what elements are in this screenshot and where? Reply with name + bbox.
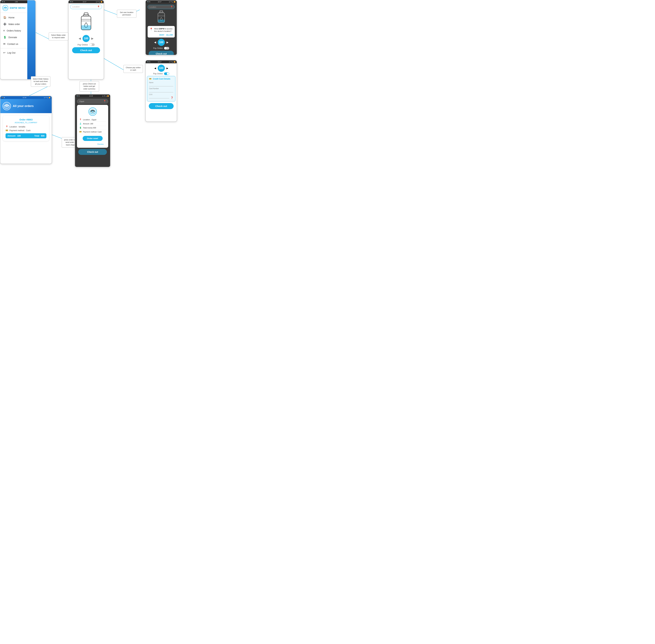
- order-total-label: Total 600: [34, 135, 45, 137]
- credit-qty-right-arrow[interactable]: ▶: [166, 67, 168, 69]
- summary-location-icon: 📍: [79, 118, 82, 121]
- perm-location-pin-icon: 📍: [170, 6, 173, 8]
- svg-rect-21: [160, 10, 163, 12]
- orders-header: All your orders: [0, 99, 52, 113]
- perm-pay-online-label: Pay Online: [153, 47, 163, 49]
- app-title: EMPW MENU: [10, 7, 26, 9]
- order-amount-label: Amount 180: [7, 135, 21, 137]
- dismiss-link[interactable]: Dismiss: [79, 143, 106, 145]
- qty-increase-btn[interactable]: ▶: [91, 37, 94, 40]
- status-icons-left: 📷 N: [2, 1, 5, 3]
- perm-pay-row: Pay Online: [146, 47, 176, 49]
- credit-card-phone: 📷 N 12:17 ◎ ▼ ▲ 📶 ◀ 100 ▶ Pay Online 💳 C…: [145, 60, 177, 122]
- cc-card-number-field[interactable]: [149, 90, 173, 92]
- status-bar-orders: 📷 N 12:19 ◎ ▼ ▲ 📶: [0, 96, 52, 99]
- summary-total-detail: 💲 Total money 600: [79, 126, 106, 130]
- annotation-get-location: Get user location permission: [117, 10, 136, 18]
- summary-phone: 📷 N 12:18 ◎ ▼ ▲ 📶 .Egypt 📍 📍 Loca: [75, 94, 110, 167]
- home-icon: 🏠: [3, 16, 6, 19]
- dollar-icon: 💲: [3, 36, 6, 39]
- summary-location-detail: 📍 Location: , Egypt: [79, 118, 106, 122]
- svg-line-2: [104, 10, 117, 15]
- main-phone: 📷 N 12:17 ◎ ▼ ▲ 📶 Location 📍: [68, 0, 104, 79]
- credit-qty-row: ◀ 100 ▶: [146, 65, 177, 72]
- perm-dialog-text: Allow EMPW to access this device's locat…: [154, 28, 173, 32]
- pay-online-toggle[interactable]: [90, 43, 95, 46]
- order-number: Order #8863: [5, 118, 46, 121]
- logout-icon: ↩: [3, 51, 5, 54]
- perm-quantity-value: 100: [159, 41, 163, 44]
- summary-location-bar[interactable]: .Egypt 📍: [77, 99, 108, 104]
- cc-cvv-field[interactable]: [149, 96, 169, 98]
- perm-pay-toggle[interactable]: [164, 47, 169, 49]
- list-icon: ≡: [3, 29, 5, 32]
- location-placeholder: Location: [72, 6, 80, 8]
- perm-quantity-display: 100: [158, 39, 165, 46]
- cc-card-number-label: Card Number: [149, 88, 173, 89]
- status-time-orders: 12:19: [23, 97, 26, 98]
- water-bottle-icon: [78, 12, 94, 33]
- perm-checkout-button[interactable]: Check out: [149, 51, 174, 55]
- perm-qty-left-arrow[interactable]: ◀: [154, 41, 156, 44]
- perm-dialog-buttons: DENY ALLOW: [150, 34, 173, 36]
- annotation-press-checkout-text: press Check out button and get order sum…: [83, 83, 96, 90]
- credit-checkout-button[interactable]: Check out: [149, 103, 174, 109]
- order-status: ASSIGNED_TO_COMPANY: [5, 121, 46, 123]
- svg-point-30: [6, 105, 8, 107]
- orders-history-phone: 📷 N 12:19 ◎ ▼ ▲ 📶 All your orders Order …: [0, 96, 52, 164]
- orders-logo-icon: [2, 101, 11, 111]
- order-location-label: Location:: [9, 125, 17, 128]
- summary-total-text: Total money 600: [83, 127, 96, 129]
- perm-qty-right-arrow[interactable]: ▶: [166, 41, 168, 44]
- summary-checkout-button[interactable]: Check out: [78, 149, 107, 155]
- perm-bottle-area: [146, 10, 176, 25]
- cc-panel-title: Credit Card Details: [153, 78, 171, 80]
- cc-help-icon[interactable]: ❓: [171, 96, 173, 99]
- svg-line-0: [36, 32, 49, 39]
- order-payment-detail: 💳 Payment method: Cash: [5, 129, 46, 132]
- order-now-button[interactable]: Order now!: [83, 136, 103, 141]
- perm-location-bar[interactable]: Location 📍: [148, 5, 175, 9]
- quantity-value: 100: [84, 37, 88, 40]
- annotation-make-order-text: Select Make order to request water: [51, 34, 66, 39]
- menu-phone: 📷 N 1:06 ◎ ▼ ▲ 📶 EMPW MENU 🏠 Home ➕ Make…: [0, 0, 36, 79]
- summary-amount-detail: 🧴 Amount: 180: [79, 122, 106, 126]
- summary-amount-icon: 🧴: [79, 122, 82, 125]
- menu-donate-label: Donnate: [8, 36, 17, 39]
- status-bar-credit: 📷 N 12:17 ◎ ▼ ▲ 📶: [146, 61, 177, 63]
- credit-qty-left-arrow[interactable]: ◀: [154, 67, 156, 69]
- pay-online-row: Pay Online: [69, 43, 104, 46]
- perm-deny-button[interactable]: DENY: [159, 34, 164, 36]
- credit-quantity-value: 100: [159, 67, 163, 70]
- status-bar-summary: 📷 N 12:18 ◎ ▼ ▲ 📶: [75, 94, 110, 97]
- perm-allow-button[interactable]: ALLOW: [166, 34, 173, 36]
- perm-location-text: Location: [150, 6, 156, 8]
- order-payment-icon: 💳: [5, 129, 8, 132]
- order-location-detail: 📍 Location: Ismailia: [5, 125, 46, 128]
- annotation-orders-history-text: Select Order history to track and show a…: [32, 78, 48, 85]
- checkout-button[interactable]: Check out: [72, 47, 100, 53]
- perm-dialog-header: 📍 Allow EMPW to access this device's loc…: [150, 28, 173, 32]
- credit-pay-toggle[interactable]: [164, 72, 169, 75]
- status-bar-perm: 📷 N 12:17 ◎ ▼ ▲ 📶: [146, 0, 177, 3]
- location-bar[interactable]: Location 📍: [70, 4, 102, 9]
- menu-home-label: Home: [8, 16, 15, 19]
- summary-location-text: .Egypt: [79, 100, 84, 102]
- perm-bottle-icon: [156, 10, 167, 25]
- menu-orders-history-label: Orders history: [7, 29, 21, 32]
- status-icons-summary-right: ◎ ▼ ▲ 📶: [102, 95, 109, 97]
- empw-logo-icon: [2, 5, 8, 11]
- qty-decrease-btn[interactable]: ◀: [78, 37, 81, 40]
- cc-header: 💳 Credit Card Details: [149, 78, 173, 80]
- menu-side-decoration: [27, 0, 36, 79]
- status-icons-summary-left: 📷 N: [76, 95, 80, 97]
- summary-payment-icon: 💳: [79, 131, 82, 133]
- summary-logo-row: [79, 107, 106, 116]
- cc-name-field[interactable]: [149, 84, 173, 86]
- pay-online-label: Pay Online: [77, 44, 88, 46]
- summary-logo-icon: [88, 107, 97, 116]
- svg-rect-15: [84, 13, 88, 15]
- order-location-icon: 📍: [5, 125, 8, 128]
- perm-qty-row: ◀ 100 ▶: [146, 39, 176, 46]
- mail-icon: ✉: [3, 42, 5, 45]
